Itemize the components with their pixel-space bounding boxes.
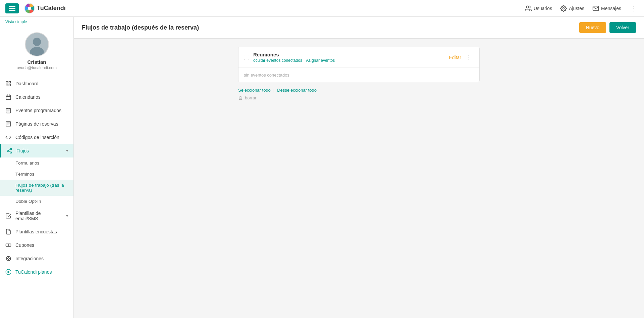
- codigos-label: Códigos de inserción: [15, 135, 68, 140]
- svg-point-33: [8, 258, 9, 260]
- assign-events-link[interactable]: Asignar eventos: [306, 58, 335, 63]
- code-icon: [5, 134, 11, 140]
- workflow-card-header: Reuniones ocultar eventos conectados | A…: [238, 47, 479, 68]
- trash-icon: [238, 96, 243, 100]
- workflow-card-body: sin eventos conectados: [238, 68, 479, 82]
- sidebar-item-cupones[interactable]: Cupones: [0, 238, 73, 252]
- sidebar-item-eventos[interactable]: Eventos programados: [0, 104, 73, 117]
- ajustes-label: Ajustes: [569, 6, 584, 11]
- event-icon: [5, 107, 11, 113]
- layout: Vista simple Cristian ayuda@tucalendi.co…: [0, 17, 644, 318]
- workflow-card: Reuniones ocultar eventos conectados | A…: [238, 47, 480, 82]
- sidebar-item-calendarios[interactable]: Calendarios: [0, 90, 73, 104]
- pages-icon: [5, 121, 11, 127]
- svg-point-40: [7, 271, 9, 273]
- editar-button[interactable]: Editar: [449, 55, 461, 60]
- flujos-label: Flujos: [16, 148, 62, 153]
- navbar: TuCalendi Usuarios Ajustes Mensajes ⋮: [0, 0, 644, 17]
- mail-icon: [592, 5, 599, 12]
- sidebar-item-planes[interactable]: TuCalendi planes: [0, 265, 73, 279]
- sidebar-item-paginas[interactable]: Páginas de reservas: [0, 117, 73, 131]
- logo-link[interactable]: TuCalendi: [24, 3, 66, 14]
- navbar-right: Usuarios Ajustes Mensajes ⋮: [525, 3, 639, 14]
- grid-icon: [5, 81, 11, 87]
- gear-icon: [560, 5, 567, 12]
- calendarios-label: Calendarios: [15, 94, 68, 100]
- workflow-links: ocultar eventos conectados | Asignar eve…: [253, 58, 445, 63]
- no-events-text: sin eventos conectados: [244, 73, 289, 78]
- mensajes-label: Mensajes: [601, 6, 621, 11]
- dashboard-label: Dashboard: [15, 81, 68, 86]
- sidebar-sub-item-terminos[interactable]: Términos: [0, 169, 73, 180]
- sidebar-item-plantillas-email[interactable]: Plantillas de email/SMS ▾: [0, 207, 73, 225]
- page-title: Flujos de trabajo (después de la reserva…: [82, 24, 199, 31]
- svg-line-27: [8, 151, 10, 152]
- logo-icon: [24, 3, 35, 14]
- svg-point-26: [10, 152, 12, 153]
- svg-point-2: [526, 6, 529, 8]
- workflow-card-actions: Editar ⋮: [449, 53, 474, 62]
- svg-point-3: [563, 7, 565, 9]
- deselect-all-link[interactable]: Desseleccionar todo: [277, 88, 317, 93]
- cupones-label: Cupones: [15, 242, 68, 248]
- vista-simple-link[interactable]: Vista simple: [0, 17, 73, 27]
- delete-label: borrar: [245, 95, 257, 100]
- paginas-label: Páginas de reservas: [15, 121, 68, 127]
- hamburger-button[interactable]: [5, 3, 19, 13]
- calendar-icon: [5, 94, 11, 100]
- sidebar-item-plantillas-encuestas[interactable]: Plantillas encuestas: [0, 225, 73, 238]
- svg-point-1: [28, 7, 31, 10]
- svg-rect-10: [6, 84, 8, 86]
- planes-label: TuCalendi planes: [15, 269, 68, 275]
- volver-button[interactable]: Volver: [609, 22, 636, 33]
- usuarios-label: Usuarios: [534, 6, 552, 11]
- survey-icon: [5, 229, 11, 235]
- sidebar-sub-item-formularios[interactable]: Formularios: [0, 157, 73, 169]
- more-options-button[interactable]: ⋮: [629, 3, 639, 14]
- svg-point-24: [10, 148, 12, 150]
- svg-line-28: [8, 149, 10, 150]
- bulk-separator: |: [273, 88, 274, 93]
- ajustes-link[interactable]: Ajustes: [560, 5, 584, 12]
- header-actions: Nuevo Volver: [579, 22, 636, 33]
- sidebar-sub-item-doble-opt-in[interactable]: Doble Opt-In: [0, 196, 73, 207]
- profile-email: ayuda@tucalendi.com: [17, 65, 57, 70]
- logo-text: TuCalendi: [37, 5, 66, 12]
- svg-point-5: [33, 38, 41, 46]
- mensajes-link[interactable]: Mensajes: [592, 5, 621, 12]
- bulk-delete[interactable]: borrar: [238, 95, 480, 100]
- svg-rect-9: [9, 84, 11, 86]
- hide-events-link[interactable]: ocultar eventos conectados: [253, 58, 302, 63]
- usuarios-link[interactable]: Usuarios: [525, 5, 552, 12]
- svg-rect-11: [6, 95, 11, 100]
- workflow-checkbox[interactable]: [244, 55, 249, 60]
- more-options-workflow-button[interactable]: ⋮: [464, 53, 474, 62]
- nuevo-button[interactable]: Nuevo: [579, 22, 606, 33]
- plans-icon: [5, 269, 11, 275]
- main-header: Flujos de trabajo (después de la reserva…: [74, 17, 644, 39]
- main-content: Flujos de trabajo (después de la reserva…: [74, 17, 644, 318]
- svg-rect-7: [6, 81, 8, 83]
- navbar-left: TuCalendi: [5, 3, 66, 14]
- plantillas-encuestas-label: Plantillas encuestas: [15, 229, 68, 234]
- users-icon: [525, 5, 532, 12]
- select-all-link[interactable]: Seleccionar todo: [238, 88, 271, 93]
- hamburger-icon: [9, 6, 15, 11]
- flujos-chevron-icon: ▾: [66, 148, 68, 153]
- content-area: Reuniones ocultar eventos conectados | A…: [74, 39, 644, 108]
- sidebar-item-flujos[interactable]: Flujos ▾: [0, 144, 73, 157]
- svg-rect-8: [9, 81, 11, 83]
- sidebar-item-integraciones[interactable]: Integraciones: [0, 252, 73, 265]
- svg-point-25: [7, 150, 9, 152]
- workflow-link-separator: |: [304, 58, 305, 63]
- coupon-icon: [5, 242, 11, 248]
- email-template-icon: [5, 213, 11, 219]
- avatar: [25, 32, 49, 56]
- plantillas-email-chevron-icon: ▾: [66, 214, 68, 218]
- sidebar-sub-item-flujos-trabajo[interactable]: Flujos de trabajo (tras la reserva): [0, 180, 73, 196]
- sidebar-item-dashboard[interactable]: Dashboard: [0, 77, 73, 90]
- sidebar: Vista simple Cristian ayuda@tucalendi.co…: [0, 17, 74, 318]
- avatar-image: [25, 32, 48, 56]
- sidebar-item-codigos[interactable]: Códigos de inserción: [0, 131, 73, 144]
- plantillas-email-label: Plantillas de email/SMS: [15, 211, 62, 221]
